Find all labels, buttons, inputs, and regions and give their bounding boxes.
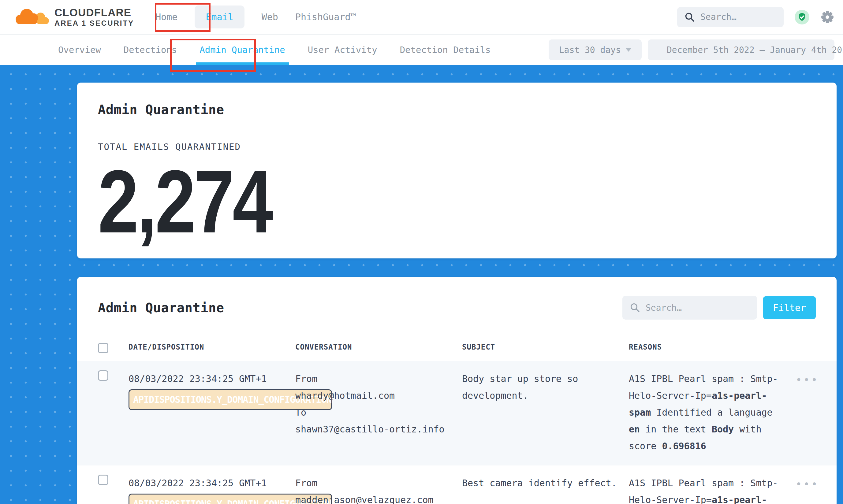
reasons-cell: A1S IPBL Pearl spam : Smtp-Helo-Server-I… [629, 370, 795, 454]
table-search-input[interactable] [646, 303, 750, 313]
from-address: whardy@hotmail.com [295, 387, 453, 404]
table-header-row: DATE/DISPOSITION CONVERSATION SUBJECT RE… [98, 337, 816, 361]
nav-item-phishguard[interactable]: PhishGuard™ [295, 12, 356, 22]
subject-cell: Best camera identify effect. [462, 475, 629, 491]
email-sub-nav: Overview Detections Admin Quarantine Use… [0, 35, 843, 65]
tab-detection-details[interactable]: Detection Details [400, 35, 491, 65]
tab-overview[interactable]: Overview [58, 35, 101, 65]
content-area: Admin Quarantine TOTAL EMAILS QUARANTINE… [0, 65, 843, 504]
row-date: 08/03/2022 23:34:25 GMT+1 [128, 373, 267, 384]
column-header-subject: SUBJECT [462, 343, 629, 352]
quarantine-card: Admin Quarantine Filter D [77, 277, 837, 504]
cloudflare-cloud-icon [12, 6, 50, 28]
summary-card-title: Admin Quarantine [98, 102, 816, 117]
tab-user-activity-label: User Activity [308, 44, 377, 55]
date-disposition-cell: 08/03/2022 23:34:25 GMT+1 APIDISPOSITION… [128, 475, 295, 491]
chevron-down-icon [626, 48, 631, 52]
brand-logo[interactable]: CLOUDFLARE AREA 1 SECURITY [12, 6, 134, 28]
nav-item-web[interactable]: Web [262, 12, 278, 22]
global-search-input[interactable] [700, 12, 776, 22]
column-header-conversation: CONVERSATION [295, 343, 462, 352]
brand-subname: AREA 1 SECURITY [54, 19, 134, 27]
tab-admin-quarantine[interactable]: Admin Quarantine [199, 35, 285, 65]
column-header-date-disposition: DATE/DISPOSITION [128, 343, 295, 352]
date-range-text: December 5th 2022 — January 4th 2023 [667, 45, 843, 55]
sub-nav-tabs: Overview Detections Admin Quarantine Use… [58, 35, 491, 65]
brand-name: CLOUDFLARE [54, 7, 134, 18]
row-more-options-icon[interactable]: ••• [795, 475, 821, 489]
quarantine-tools: Filter [622, 296, 816, 320]
shield-check-icon[interactable] [795, 10, 809, 24]
quarantine-card-header: Admin Quarantine Filter [98, 296, 816, 320]
metric-value: 2,274 [98, 157, 687, 246]
tab-detections[interactable]: Detections [124, 35, 177, 65]
summary-card: Admin Quarantine TOTAL EMAILS QUARANTINE… [77, 83, 837, 258]
to-address: shawn37@castillo-ortiz.info [295, 421, 453, 438]
from-label: From [295, 370, 453, 387]
top-bar-right [677, 7, 835, 27]
to-label: To [295, 404, 453, 421]
primary-nav: Home Email Web PhishGuard™ [155, 5, 356, 29]
global-search[interactable] [677, 7, 784, 27]
page: CLOUDFLARE AREA 1 SECURITY Home Email We… [0, 0, 843, 504]
tab-detections-label: Detections [124, 44, 177, 55]
time-range-label: Last 30 days [559, 45, 621, 55]
from-label: From [295, 475, 453, 491]
nav-item-home[interactable]: Home [155, 12, 177, 22]
select-all-checkbox[interactable] [98, 343, 108, 353]
active-tab-underline [196, 62, 288, 65]
column-header-reasons: REASONS [629, 343, 795, 352]
reasons-cell: A1S IPBL Pearl spam : Smtp-Helo-Server-I… [629, 475, 795, 504]
tab-user-activity[interactable]: User Activity [308, 35, 377, 65]
top-bar: CLOUDFLARE AREA 1 SECURITY Home Email We… [0, 0, 843, 35]
gear-icon[interactable] [820, 10, 835, 24]
row-checkbox[interactable] [98, 475, 108, 485]
from-address: maddenjason@velazquez.com [295, 491, 453, 504]
row-checkbox[interactable] [98, 370, 108, 381]
date-disposition-cell: 08/03/2022 23:34:25 GMT+1 APIDISPOSITION… [128, 370, 295, 387]
table-row: 08/03/2022 23:34:25 GMT+1 APIDISPOSITION… [77, 361, 837, 466]
search-icon [685, 12, 695, 22]
table-row: 08/03/2022 23:34:25 GMT+1 APIDISPOSITION… [77, 466, 837, 504]
brand-wordmark: CLOUDFLARE AREA 1 SECURITY [54, 7, 134, 27]
filter-button[interactable]: Filter [763, 296, 816, 319]
quarantine-card-title: Admin Quarantine [98, 300, 224, 315]
subject-cell: Body star up store so development. [462, 370, 629, 404]
metric-label: TOTAL EMAILS QUARANTINED [98, 142, 816, 152]
tab-detection-details-label: Detection Details [400, 44, 491, 55]
sub-nav-right: Last 30 days December 5th 2022 — January… [549, 39, 835, 60]
nav-item-email[interactable]: Email [195, 5, 244, 29]
time-range-dropdown[interactable]: Last 30 days [549, 39, 642, 60]
conversation-cell: From maddenjason@velazquez.com To bradle… [295, 475, 462, 504]
tab-overview-label: Overview [58, 44, 101, 55]
row-more-options-icon[interactable]: ••• [795, 370, 821, 385]
date-range-display[interactable]: December 5th 2022 — January 4th 2023 [648, 39, 835, 60]
tab-admin-quarantine-label: Admin Quarantine [199, 44, 285, 55]
search-icon [630, 303, 640, 313]
table-search[interactable] [622, 296, 757, 320]
conversation-cell: From whardy@hotmail.com To shawn37@casti… [295, 370, 462, 438]
row-date: 08/03/2022 23:34:25 GMT+1 [128, 478, 267, 488]
